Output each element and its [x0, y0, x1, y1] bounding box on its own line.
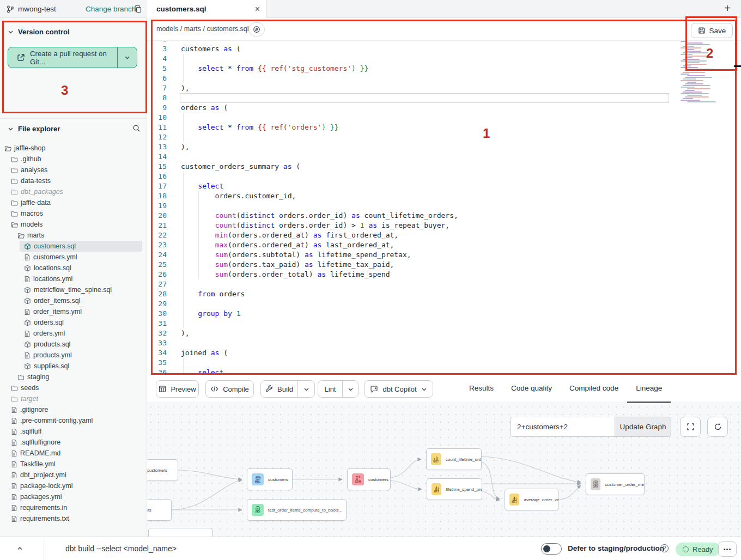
- file-explorer-header[interactable]: File explorer: [0, 123, 147, 135]
- tree-item-seeds[interactable]: seeds: [0, 382, 147, 393]
- tree-item-customers-yml[interactable]: customers.yml: [0, 252, 147, 263]
- copilot-breadcrumb-button[interactable]: [248, 22, 265, 36]
- tree-item-data-tests[interactable]: data-tests: [0, 175, 147, 186]
- create-pull-request-main[interactable]: Create a pull request on Git...: [8, 47, 117, 68]
- pr-dropdown-button[interactable]: [117, 47, 137, 68]
- lineage-node-met-average-order-value[interactable]: METaverage_order_value: [505, 489, 559, 510]
- tree-item-label: .github: [21, 155, 41, 163]
- code-text: min(orders.ordered_at) as first_ordered_…: [181, 230, 398, 240]
- compile-button[interactable]: Compile: [205, 380, 254, 398]
- tree-item-orders-yml[interactable]: orders.yml: [0, 328, 147, 339]
- fullscreen-button[interactable]: [680, 417, 701, 437]
- lineage-node-met-lifetime-spend-pretax[interactable]: METlifetime_spend_pretax: [427, 478, 482, 500]
- code-text: customers as (: [181, 44, 241, 54]
- tree-item-staging[interactable]: staging: [0, 372, 147, 382]
- tree-item-analyses[interactable]: analyses: [0, 165, 147, 175]
- tree-item-taskfile-yml[interactable]: Taskfile.yml: [0, 459, 147, 470]
- status-badge[interactable]: Ready: [676, 543, 720, 556]
- tree-item-requirements-in[interactable]: requirements.in: [0, 502, 147, 513]
- lineage-node-met-count-lifetime-orders[interactable]: METcount_lifetime_orders: [426, 448, 482, 470]
- tree-item--github[interactable]: .github: [0, 154, 147, 165]
- lineage-node-mdl-customers[interactable]: MDLcustomers: [247, 468, 293, 490]
- lineage-node-qry-customer-order-metrics[interactable]: QRYcustomer_order_metrics: [586, 473, 645, 495]
- editor-toolbar: Preview Compile Build Lint: [147, 375, 741, 403]
- dbt-copilot-button[interactable]: dbt Copilot: [364, 380, 433, 398]
- lineage-node-partial[interactable]: [148, 528, 212, 537]
- tree-item-marts[interactable]: marts: [0, 230, 147, 241]
- file-icon: [11, 515, 17, 522]
- dbt-cloud-ide: mwong-test Change branch customers.sql ×…: [0, 0, 741, 560]
- lineage-node-label: stg_customers: [147, 468, 167, 473]
- minimap-line: [685, 90, 695, 91]
- new-tab-button[interactable]: +: [720, 1, 734, 15]
- tree-item-packages-yml[interactable]: packages.yml: [0, 491, 147, 502]
- close-icon[interactable]: ×: [255, 5, 260, 14]
- refresh-button[interactable]: [707, 417, 728, 437]
- code-line-9: 9orders as (: [147, 103, 741, 113]
- lineage-node-tst-test-order-items-compute-to-bools-[interactable]: TSTtest_order_items_compute_to_bools...: [247, 499, 347, 521]
- tree-item-macros[interactable]: macros: [0, 208, 147, 219]
- tree-item-dbt-packages[interactable]: dbt_packages: [0, 186, 147, 197]
- tree-item-label: orders.sql: [34, 319, 64, 326]
- tree-item-package-lock-yml[interactable]: package-lock.yml: [0, 480, 147, 491]
- chevron-up-icon[interactable]: [16, 545, 23, 552]
- tree-item-metricflow-time-spine-sql[interactable]: metricflow_time_spine.sql: [0, 284, 147, 295]
- code-line-16: 16: [147, 172, 741, 181]
- tree-item-locations-yml[interactable]: locations.yml: [0, 273, 147, 284]
- version-control-header[interactable]: Version control: [0, 26, 147, 38]
- code-icon: [210, 386, 218, 392]
- tree-item-target[interactable]: target: [0, 393, 147, 404]
- tab-compiled-code[interactable]: Compiled code: [561, 375, 627, 403]
- preview-button[interactable]: Preview: [156, 380, 199, 398]
- tree-item-dbt-project-yml[interactable]: dbt_project.yml: [0, 470, 147, 480]
- tab-lineage[interactable]: Lineage: [627, 375, 671, 403]
- defer-toggle[interactable]: [541, 543, 562, 555]
- qry-node-icon: QRY: [591, 478, 600, 490]
- more-options-button[interactable]: •••: [718, 541, 737, 557]
- lineage-node-orders[interactable]: orders: [147, 499, 172, 521]
- lint-button[interactable]: Lint: [318, 381, 342, 397]
- lineage-selector-input[interactable]: [510, 417, 615, 437]
- tree-item--sqlfluffignore[interactable]: .sqlfluffignore: [0, 437, 147, 448]
- tree-item--sqlfluff[interactable]: .sqlfluff: [0, 426, 147, 437]
- copy-icon[interactable]: [134, 5, 142, 13]
- tree-item-order-items-yml[interactable]: order_items.yml: [0, 306, 147, 317]
- code-line-12: 12: [147, 132, 741, 142]
- tree-item-orders-sql[interactable]: orders.sql: [0, 317, 147, 328]
- branch-name: mwong-test: [18, 5, 56, 13]
- tree-item-label: .gitignore: [20, 406, 48, 413]
- tree-item-supplies-sql[interactable]: supplies.sql: [0, 361, 147, 372]
- tree-item-jaffle-shop[interactable]: jaffle-shop: [0, 143, 147, 154]
- lineage-node-label: orders: [147, 508, 151, 513]
- code-line-29: 29: [147, 299, 741, 309]
- tree-item-products-sql[interactable]: products.sql: [0, 339, 147, 350]
- help-icon[interactable]: ?: [660, 544, 669, 552]
- code-area[interactable]: 23customers as (45 select * from {{ ref(…: [147, 41, 741, 375]
- tree-item-jaffle-data[interactable]: jaffle-data: [0, 197, 147, 208]
- tree-item--gitignore[interactable]: .gitignore: [0, 404, 147, 415]
- lineage-node-stg-customers[interactable]: stg_customers: [147, 459, 178, 481]
- tree-item--pre-commit-config-yaml[interactable]: .pre-commit-config.yaml: [0, 415, 147, 426]
- search-icon[interactable]: [132, 124, 141, 132]
- line-number: 9: [147, 103, 167, 113]
- tree-item-models[interactable]: models: [0, 219, 147, 230]
- tab-code-quality[interactable]: Code quality: [502, 375, 561, 403]
- tree-item-locations-sql[interactable]: locations.sql: [0, 263, 147, 273]
- update-graph-button[interactable]: Update Graph: [615, 417, 671, 437]
- change-branch-link[interactable]: Change branch: [86, 5, 136, 13]
- editor-minimap[interactable]: [678, 41, 721, 106]
- create-pull-request-button[interactable]: Create a pull request on Git...: [8, 47, 137, 68]
- lint-dropdown-button[interactable]: [342, 381, 358, 397]
- tree-item-readme-md[interactable]: README.md: [0, 448, 147, 459]
- tree-item-order-items-sql[interactable]: order_items.sql: [0, 295, 147, 306]
- build-dropdown-button[interactable]: [297, 381, 314, 397]
- tree-item-customers-sql[interactable]: customers.sql: [0, 241, 147, 252]
- tab-customers-sql[interactable]: customers.sql ×: [147, 0, 267, 18]
- build-button[interactable]: Build: [261, 381, 297, 397]
- folder-open-icon: [4, 145, 11, 152]
- tree-item-requirements-txt[interactable]: requirements.txt: [0, 513, 147, 524]
- tab-results[interactable]: Results: [460, 375, 502, 403]
- save-button[interactable]: Save: [691, 23, 733, 38]
- tree-item-products-yml[interactable]: products.yml: [0, 350, 147, 361]
- lineage-node-sem-customers[interactable]: SEMcustomers: [347, 468, 391, 490]
